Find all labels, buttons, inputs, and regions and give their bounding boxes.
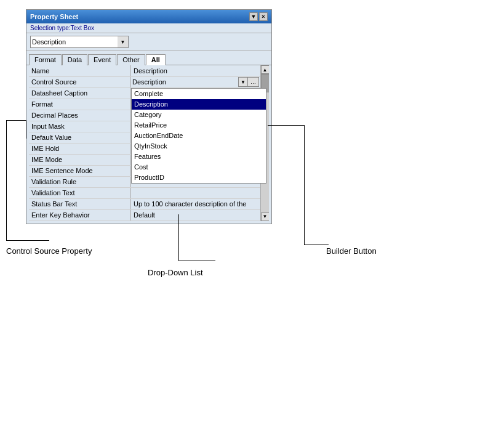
control-source-text: Description — [132, 78, 238, 86]
callout-line-builder-h2 — [304, 245, 329, 245]
property-sheet-window: Property Sheet ▼ × Selection type:Text B… — [26, 9, 272, 224]
callout-line-h2 — [6, 240, 49, 241]
property-table: Name Description Control Source Descript… — [29, 65, 260, 221]
callout-builder-button: Builder Button — [326, 246, 377, 256]
table-row: Control Source Description ▼ … — [29, 76, 260, 87]
callout-line-ddl-v — [178, 214, 179, 261]
prop-value[interactable] — [130, 187, 260, 198]
list-item[interactable]: Cost — [132, 162, 266, 172]
table-row: Validation Text — [29, 187, 260, 198]
prop-label: Status Bar Text — [29, 198, 130, 209]
control-source-value-container: Description ▼ … — [132, 77, 259, 87]
list-item[interactable]: Category — [132, 110, 266, 120]
tab-format[interactable]: Format — [29, 54, 62, 65]
callout-control-source: Control Source Property — [6, 246, 92, 256]
tab-all[interactable]: All — [146, 54, 166, 65]
prop-value[interactable]: Default — [130, 209, 260, 221]
prop-label: Format — [29, 99, 130, 110]
prop-label: Datasheet Caption — [29, 87, 130, 99]
callout-line-ddl-h — [178, 261, 215, 261]
callout-line-v2 — [6, 120, 7, 240]
minimize-button[interactable]: ▼ — [249, 12, 258, 21]
prop-label: Enter Key Behavior — [29, 209, 130, 221]
property-grid: Name Description Control Source Descript… — [29, 65, 269, 221]
scroll-down-arrow[interactable]: ▼ — [261, 212, 270, 221]
object-dropdown-arrow[interactable]: ▼ — [118, 36, 129, 48]
list-item[interactable]: Features — [132, 152, 266, 162]
control-source-label: Control Source — [29, 76, 130, 87]
prop-label: IME Mode — [29, 154, 130, 165]
prop-label: Input Mask — [29, 121, 130, 132]
window-title: Property Sheet — [30, 13, 78, 20]
object-dropdown[interactable]: Description — [30, 36, 129, 48]
list-item[interactable]: QtyInStock — [132, 141, 266, 152]
prop-label: IME Hold — [29, 143, 130, 154]
callout-dropdown-list: Drop-Down List — [148, 268, 203, 277]
dropdown-list: Complete Description Category RetailPric… — [131, 88, 266, 184]
title-bar-buttons: ▼ × — [249, 12, 268, 21]
callout-line-builder-v — [304, 125, 305, 245]
tab-data[interactable]: Data — [62, 54, 87, 65]
prop-label: Decimal Places — [29, 110, 130, 121]
selection-type: Selection type:Text Box — [26, 23, 271, 33]
callout-line-v1 — [26, 120, 26, 139]
prop-name-value[interactable]: Description — [130, 65, 260, 76]
control-source-dropdown-btn[interactable]: ▼ — [238, 77, 248, 87]
table-row: Status Bar Text Up to 100 character desc… — [29, 198, 260, 209]
object-dropdown-wrapper: Description ▼ — [30, 36, 129, 48]
callout-line-builder-h — [268, 125, 305, 126]
prop-label: Validation Rule — [29, 176, 130, 187]
builder-button[interactable]: … — [248, 77, 259, 87]
list-item[interactable]: Description — [132, 99, 266, 110]
property-grid-inner: Name Description Control Source Descript… — [29, 65, 269, 221]
prop-name-label: Name — [29, 65, 130, 76]
list-item[interactable]: Complete — [132, 89, 266, 99]
prop-value[interactable]: Up to 100 character description of the — [130, 198, 260, 209]
prop-label: IME Sentence Mode — [29, 165, 130, 176]
callout-line-h1 — [6, 120, 26, 121]
dropdown-row: Description ▼ — [26, 33, 271, 51]
table-row: Enter Key Behavior Default — [29, 209, 260, 221]
tab-other[interactable]: Other — [117, 54, 145, 65]
tabs-row: Format Data Event Other All — [26, 51, 271, 65]
prop-label: Default Value — [29, 132, 130, 143]
prop-label: Validation Text — [29, 187, 130, 198]
close-button[interactable]: × — [259, 12, 268, 21]
list-item[interactable]: AuctionEndDate — [132, 131, 266, 141]
title-bar: Property Sheet ▼ × — [26, 10, 271, 23]
property-grid-wrapper: Name Description Control Source Descript… — [26, 65, 271, 224]
list-item[interactable]: ProductID — [132, 172, 266, 183]
list-item[interactable]: RetailPrice — [132, 120, 266, 131]
table-row: Name Description — [29, 65, 260, 76]
control-source-value-cell: Description ▼ … Complete Description Cat… — [130, 76, 260, 87]
scroll-up-arrow[interactable]: ▲ — [261, 65, 270, 74]
tab-event[interactable]: Event — [88, 54, 116, 65]
